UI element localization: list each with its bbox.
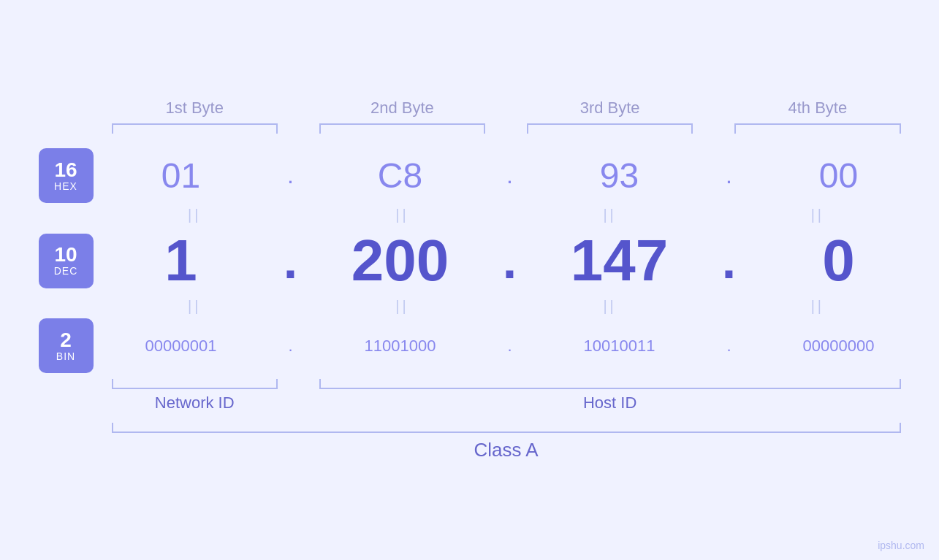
host-id-bracket (319, 379, 901, 389)
byte2-header: 2nd Byte (319, 99, 485, 118)
byte1-header: 1st Byte (112, 99, 278, 118)
eq2-b3: || (527, 298, 693, 315)
dec-values: 1 . 200 . 147 . 0 (94, 227, 927, 294)
class-bracket-col: Class A (112, 423, 901, 461)
eq2-b4: || (734, 298, 900, 315)
eq1-b1: || (112, 207, 278, 223)
eq2-b2: || (319, 298, 485, 315)
full-layout: 1st Byte 2nd Byte 3rd Byte 4th Byte (39, 99, 901, 461)
dec-b2: 200 (313, 227, 488, 294)
bin-b3: 10010011 (532, 337, 707, 356)
eq1-b3: || (527, 207, 693, 223)
eq1-b2: || (319, 207, 485, 223)
hex-dot3: . (707, 162, 751, 189)
bin-dot3: . (707, 337, 751, 356)
class-label-col: Class A (112, 439, 901, 461)
bottom-brackets-row (112, 379, 901, 389)
hex-b1: 01 (94, 156, 269, 196)
bracket-top-4 (734, 123, 900, 134)
network-id-bracket (112, 379, 278, 389)
dec-b1: 1 (94, 227, 269, 294)
hex-dot2: . (488, 162, 532, 189)
dec-b4: 0 (751, 227, 927, 294)
bin-b4: 00000000 (751, 337, 927, 356)
hex-badge: 16 HEX (39, 148, 94, 203)
network-host-labels: Network ID Host ID (112, 394, 901, 413)
class-label: Class A (474, 439, 538, 461)
dec-dot3: . (707, 231, 751, 290)
class-bracket (112, 423, 901, 433)
network-id-bracket-col (112, 379, 278, 389)
bin-values: 00000001 . 11001000 . 10010011 . (94, 337, 927, 356)
eq2-b1: || (112, 298, 278, 315)
bin-dot1: . (269, 337, 313, 356)
hex-b3: 93 (532, 156, 707, 196)
dec-badge-col: 10 DEC (39, 234, 94, 288)
hex-dot1: . (269, 162, 313, 189)
equals-row-1: || || || || (112, 207, 901, 223)
byte3-header: 3rd Byte (527, 99, 693, 118)
dec-badge: 10 DEC (39, 234, 94, 288)
dec-b3: 147 (532, 227, 707, 294)
hex-row: 16 HEX 01 . C8 . 93 (39, 148, 901, 203)
bin-b1: 00000001 (94, 337, 269, 356)
hex-values: 01 . C8 . 93 . 00 (94, 156, 927, 196)
network-id-label: Network ID (155, 394, 235, 412)
hex-b4: 00 (751, 156, 927, 196)
eq1-b4: || (734, 207, 900, 223)
bin-dot2: . (488, 337, 532, 356)
dec-dot2: . (488, 231, 532, 290)
top-brackets (112, 123, 901, 134)
bin-badge: 2 BIN (39, 318, 94, 373)
byte4-header: 4th Byte (734, 99, 900, 118)
host-id-label-col: Host ID (319, 394, 901, 413)
watermark: ipshu.com (878, 540, 924, 551)
bin-row: 2 BIN 00000001 . 11001000 . 10010011 (39, 318, 901, 373)
bracket-top-3 (527, 123, 693, 134)
dec-row: 10 DEC 1 . 200 . 147 (39, 227, 901, 294)
host-id-label: Host ID (583, 394, 636, 412)
bin-b2: 11001000 (313, 337, 488, 356)
network-id-label-col: Network ID (112, 394, 278, 413)
byte-headers: 1st Byte 2nd Byte 3rd Byte 4th Byte (112, 99, 901, 118)
dec-dot1: . (269, 231, 313, 290)
host-id-bracket-col (319, 379, 901, 389)
bracket-top-1 (112, 123, 278, 134)
main-container: 1st Byte 2nd Byte 3rd Byte 4th Byte (0, 0, 939, 560)
hex-b2: C8 (313, 156, 488, 196)
bracket-top-2 (319, 123, 485, 134)
bin-badge-col: 2 BIN (39, 318, 94, 373)
hex-badge-col: 16 HEX (39, 148, 94, 203)
equals-row-2: || || || || (112, 298, 901, 315)
